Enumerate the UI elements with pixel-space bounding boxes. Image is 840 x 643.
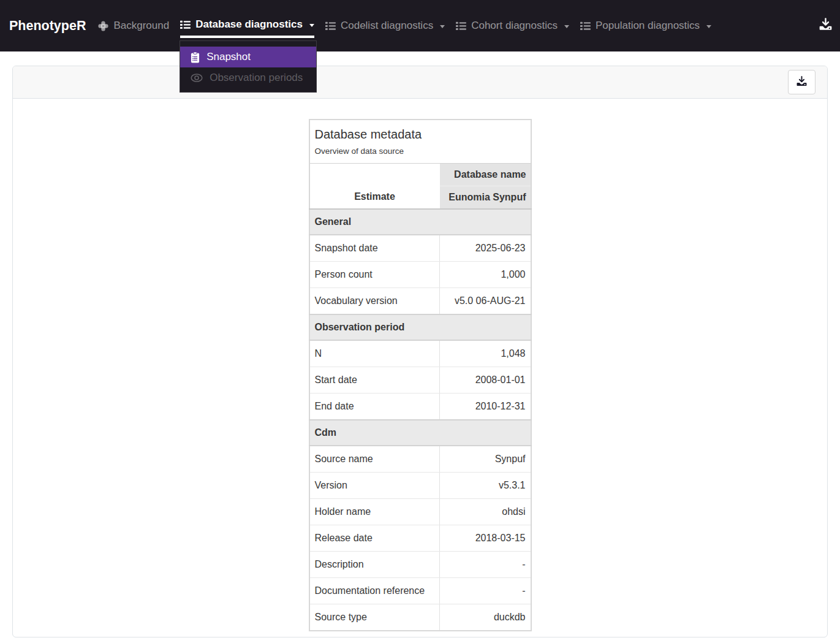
table-row: N 1,048 [309,340,531,367]
nav-item-database-diagnostics[interactable]: Database diagnostics [180,13,314,38]
table-row-value: duckdb [440,604,531,631]
nav-item-label: Database diagnostics [195,18,303,31]
table-row-value: 2025-06-23 [440,235,531,262]
navbar-download-button[interactable] [819,18,832,32]
database-metadata-table: Database metadata Overview of data sourc… [309,119,532,631]
table-group-row: Observation period [309,314,531,340]
table-row: Holder name ohdsi [309,498,531,525]
main-content: Database metadata Overview of data sourc… [0,66,840,637]
nav-item-label: Codelist diagnostics [341,20,433,32]
table-row-value: 2010-12-31 [440,393,531,420]
table-title: Database metadata [315,127,526,142]
table-row-value: 1,000 [440,261,531,287]
navbar: PhenotypeR Background Database diagnosti… [0,0,840,51]
table-row-label: Documentation reference [309,577,440,604]
table-title-block: Database metadata Overview of data sourc… [309,120,531,164]
table-row-value: ohdsi [440,498,531,525]
table-row-value: 2008-01-01 [440,367,531,393]
table-stub-header: Estimate [309,164,440,209]
table-row: Person count 1,000 [309,261,531,287]
table-spanner-header: Database name [440,164,531,186]
table-download-button[interactable] [788,70,815,94]
list-icon [180,20,191,29]
table-row-value: - [440,551,531,577]
table-subtitle: Overview of data source [315,146,526,156]
table-row: End date 2010-12-31 [309,393,531,420]
chevron-down-icon [564,25,569,28]
chevron-down-icon [309,24,314,27]
menu-item-snapshot[interactable]: Snapshot [180,47,316,67]
table-row-label: End date [309,393,440,420]
table-row: Snapshot date 2025-06-23 [309,235,531,262]
table-row-value: - [440,577,531,604]
list-icon [580,21,591,31]
nav-item-cohort-diagnostics[interactable]: Cohort diagnostics [456,13,569,38]
nav-item-background[interactable]: Background [98,13,169,38]
table-row: Version v5.3.1 [309,472,531,498]
table-group-label: General [309,209,531,235]
table-row: Vocabulary version v5.0 06-AUG-21 [309,287,531,314]
eye-icon [191,74,203,82]
app-brand[interactable]: PhenotypeR [9,13,86,38]
table-row: Documentation reference - [309,577,531,604]
nav-item-codelist-diagnostics[interactable]: Codelist diagnostics [325,13,445,38]
table-row: Source name Synpuf [309,446,531,473]
list-icon [325,21,336,31]
table-row-label: Person count [309,261,440,287]
download-icon [796,76,807,88]
table-row-label: Version [309,472,440,498]
table-row-value: 2018-03-15 [440,525,531,551]
menu-item-label: Observation periods [210,72,303,84]
database-diagnostics-dropdown: Snapshot Observation periods [180,40,317,93]
table-row-label: Source name [309,446,440,473]
table-row: Start date 2008-01-01 [309,367,531,393]
nav-item-label: Population diagnostics [596,20,700,32]
chevron-down-icon [440,25,445,28]
table-row-label: Release date [309,525,440,551]
card-header [13,66,827,99]
list-icon [456,21,466,31]
table-group-label: Cdm [309,420,531,446]
clipboard-icon [191,51,200,63]
nav-item-label: Background [113,20,169,32]
table-group-row: General [309,209,531,235]
table-row: Source type duckdb [309,604,531,631]
table-row-label: Source type [309,604,440,631]
nav-item-population-diagnostics[interactable]: Population diagnostics [580,13,711,38]
chevron-down-icon [706,25,711,28]
card-body: Database metadata Overview of data sourc… [13,99,827,637]
table-row-value: v5.0 06-AUG-21 [440,287,531,314]
table-row-label: N [309,340,440,367]
table-row-label: Description [309,551,440,577]
nav-item-label: Cohort diagnostics [471,20,558,32]
table-group-label: Observation period [309,314,531,340]
table-row-value: v5.3.1 [440,472,531,498]
table-row-label: Vocabulary version [309,287,440,314]
table-group-row: Cdm [309,420,531,446]
table-row-label: Start date [309,367,440,393]
table-row: Release date 2018-03-15 [309,525,531,551]
menu-item-observation-periods[interactable]: Observation periods [180,67,316,88]
table-row: Description - [309,551,531,577]
table-row-value: 1,048 [440,340,531,367]
download-icon [819,18,832,32]
table-row-label: Snapshot date [309,235,440,262]
snapshot-card: Database metadata Overview of data sourc… [12,66,828,637]
table-row-label: Holder name [309,498,440,525]
table-row-value: Synpuf [440,446,531,473]
puzzle-icon [98,21,108,31]
table-column-header: Eunomia Synpuf [440,186,531,209]
menu-item-label: Snapshot [206,51,251,63]
